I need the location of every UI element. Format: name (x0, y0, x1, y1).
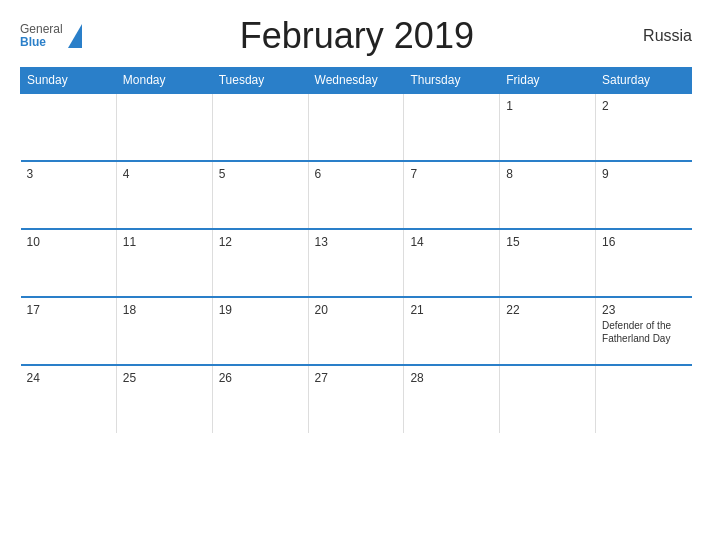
day-number: 5 (219, 167, 302, 181)
calendar-cell: 13 (308, 229, 404, 297)
day-number: 21 (410, 303, 493, 317)
calendar-cell: 22 (500, 297, 596, 365)
calendar-week-1: 3456789 (21, 161, 692, 229)
calendar-week-3: 17181920212223Defender of the Fatherland… (21, 297, 692, 365)
calendar-cell: 17 (21, 297, 117, 365)
calendar-cell: 4 (116, 161, 212, 229)
calendar-cell (116, 93, 212, 161)
calendar-cell: 15 (500, 229, 596, 297)
calendar-body: 1234567891011121314151617181920212223Def… (21, 93, 692, 433)
calendar-cell: 25 (116, 365, 212, 433)
calendar-cell: 9 (596, 161, 692, 229)
day-number: 16 (602, 235, 685, 249)
day-number: 22 (506, 303, 589, 317)
day-number: 14 (410, 235, 493, 249)
calendar-cell: 5 (212, 161, 308, 229)
day-number: 17 (27, 303, 110, 317)
day-number: 3 (27, 167, 110, 181)
calendar-cell: 21 (404, 297, 500, 365)
calendar-cell: 28 (404, 365, 500, 433)
day-number: 6 (315, 167, 398, 181)
calendar-title: February 2019 (82, 15, 632, 57)
calendar-cell: 12 (212, 229, 308, 297)
calendar-cell: 18 (116, 297, 212, 365)
calendar-cell: 16 (596, 229, 692, 297)
day-number: 25 (123, 371, 206, 385)
calendar-cell: 20 (308, 297, 404, 365)
header-thursday: Thursday (404, 68, 500, 94)
calendar-cell: 14 (404, 229, 500, 297)
calendar-cell: 10 (21, 229, 117, 297)
header: General Blue February 2019 Russia (20, 15, 692, 57)
header-wednesday: Wednesday (308, 68, 404, 94)
calendar-cell: 19 (212, 297, 308, 365)
day-number: 26 (219, 371, 302, 385)
day-number: 20 (315, 303, 398, 317)
calendar-week-4: 2425262728 (21, 365, 692, 433)
calendar-week-2: 10111213141516 (21, 229, 692, 297)
calendar-table: Sunday Monday Tuesday Wednesday Thursday… (20, 67, 692, 433)
day-number: 19 (219, 303, 302, 317)
calendar-header: Sunday Monday Tuesday Wednesday Thursday… (21, 68, 692, 94)
logo-blue: Blue (20, 36, 63, 49)
day-number: 27 (315, 371, 398, 385)
day-number: 11 (123, 235, 206, 249)
calendar-cell (596, 365, 692, 433)
header-monday: Monday (116, 68, 212, 94)
day-number: 10 (27, 235, 110, 249)
header-saturday: Saturday (596, 68, 692, 94)
calendar-cell (308, 93, 404, 161)
calendar-page: General Blue February 2019 Russia Sunday… (0, 0, 712, 550)
country-label: Russia (632, 27, 692, 45)
day-number: 15 (506, 235, 589, 249)
header-friday: Friday (500, 68, 596, 94)
day-number: 8 (506, 167, 589, 181)
logo-text: General Blue (20, 23, 63, 49)
calendar-cell (21, 93, 117, 161)
calendar-week-0: 12 (21, 93, 692, 161)
day-number: 23 (602, 303, 685, 317)
header-sunday: Sunday (21, 68, 117, 94)
calendar-cell: 2 (596, 93, 692, 161)
calendar-cell: 27 (308, 365, 404, 433)
day-number: 7 (410, 167, 493, 181)
calendar-cell: 24 (21, 365, 117, 433)
calendar-cell: 6 (308, 161, 404, 229)
calendar-cell: 3 (21, 161, 117, 229)
day-number: 28 (410, 371, 493, 385)
holiday-label: Defender of the Fatherland Day (602, 319, 685, 345)
day-number: 1 (506, 99, 589, 113)
calendar-cell: 26 (212, 365, 308, 433)
logo: General Blue (20, 23, 82, 49)
day-number: 24 (27, 371, 110, 385)
days-header-row: Sunday Monday Tuesday Wednesday Thursday… (21, 68, 692, 94)
calendar-cell (404, 93, 500, 161)
calendar-cell: 8 (500, 161, 596, 229)
day-number: 2 (602, 99, 685, 113)
day-number: 18 (123, 303, 206, 317)
calendar-cell (500, 365, 596, 433)
calendar-cell: 7 (404, 161, 500, 229)
day-number: 12 (219, 235, 302, 249)
day-number: 4 (123, 167, 206, 181)
calendar-cell: 11 (116, 229, 212, 297)
header-tuesday: Tuesday (212, 68, 308, 94)
day-number: 13 (315, 235, 398, 249)
calendar-cell: 1 (500, 93, 596, 161)
day-number: 9 (602, 167, 685, 181)
calendar-cell: 23Defender of the Fatherland Day (596, 297, 692, 365)
logo-triangle-icon (68, 24, 82, 48)
calendar-cell (212, 93, 308, 161)
